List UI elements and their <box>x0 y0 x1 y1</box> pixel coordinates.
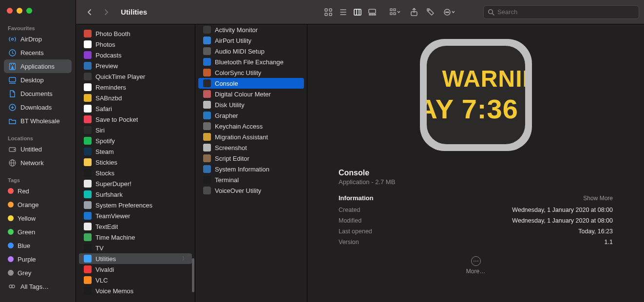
app-icon <box>84 51 92 59</box>
list-item[interactable]: Grapher <box>198 110 304 121</box>
list-item[interactable]: Voice Memos <box>79 285 192 296</box>
list-item[interactable]: System Preferences <box>79 200 192 210</box>
sidebar-item-untitled[interactable]: Untitled <box>4 142 72 156</box>
sidebar-item-recents[interactable]: Recents <box>4 46 72 59</box>
sidebar-item-network[interactable]: Network <box>4 156 72 170</box>
list-item[interactable]: Disk Utility <box>198 99 304 110</box>
app-icon <box>84 148 92 155</box>
more-actions-button[interactable]: ⋯ More… <box>339 256 613 275</box>
list-item[interactable]: ColorSync Utility <box>198 67 304 78</box>
list-item[interactable]: Safari <box>79 103 192 114</box>
list-item[interactable]: Screenshot <box>198 142 304 153</box>
app-icon <box>203 187 211 194</box>
search-input[interactable] <box>497 8 635 16</box>
sidebar-item-bt-wholesale[interactable]: BT Wholesale <box>4 114 72 128</box>
forward-button[interactable] <box>99 5 113 19</box>
list-item[interactable]: Save to Pocket <box>79 114 192 125</box>
list-item[interactable]: TeamViewer <box>79 210 192 221</box>
sidebar-tag-purple[interactable]: Purple <box>4 252 72 266</box>
column-applications[interactable]: Photo BoothPhotosPodcastsPreviewQuickTim… <box>76 24 195 302</box>
sidebar-tag-green[interactable]: Green <box>4 225 72 239</box>
view-columns-button[interactable] <box>351 5 364 19</box>
sidebar-tag-yellow[interactable]: Yellow <box>4 211 72 225</box>
list-item[interactable]: Podcasts <box>79 50 192 60</box>
search-field[interactable] <box>483 5 639 19</box>
toolbar: Utilities <box>76 0 644 24</box>
list-item[interactable]: Steam <box>79 146 192 157</box>
info-key: Modified <box>339 217 361 224</box>
app-icon <box>84 233 92 241</box>
list-item[interactable]: VoiceOver Utility <box>198 185 304 196</box>
back-button[interactable] <box>83 5 96 19</box>
list-item[interactable]: Time Machine <box>79 232 192 243</box>
list-item[interactable]: Migration Assistant <box>198 132 304 142</box>
view-gallery-button[interactable] <box>365 5 379 19</box>
sidebar-heading-tags: Tags <box>0 174 76 184</box>
item-label: Podcasts <box>95 52 121 59</box>
action-menu-button[interactable] <box>440 5 458 19</box>
list-item[interactable] <box>79 24 192 28</box>
list-item[interactable]: Reminders <box>79 82 192 93</box>
sidebar-item-documents[interactable]: Documents <box>4 87 72 100</box>
info-value: Today, 16:23 <box>578 228 613 235</box>
list-item[interactable]: Digital Colour Meter <box>198 89 304 99</box>
list-item[interactable]: Keychain Access <box>198 121 304 132</box>
list-item[interactable]: AirPort Utility <box>198 35 304 46</box>
show-more-button[interactable]: Show More <box>583 195 613 202</box>
list-item[interactable]: Preview <box>79 60 192 71</box>
list-item[interactable]: Terminal <box>198 174 304 185</box>
list-item[interactable]: Photos <box>79 39 192 50</box>
sidebar-item-label: All Tags… <box>20 283 49 290</box>
list-item[interactable]: TextEdit <box>79 221 192 232</box>
sidebar-tag-orange[interactable]: Orange <box>4 198 72 211</box>
item-label: Utilities <box>95 255 116 263</box>
close-window-button[interactable] <box>7 8 13 14</box>
list-item[interactable]: Siri <box>79 125 192 135</box>
list-item[interactable]: Bluetooth File Exchange <box>198 57 304 67</box>
svg-rect-13 <box>325 9 327 11</box>
sidebar-item-downloads[interactable]: Downloads <box>4 100 72 114</box>
list-item[interactable]: VLC <box>79 275 192 285</box>
sidebar-item-airdrop[interactable]: AirDrop <box>4 32 72 46</box>
info-row: ModifiedWednesday, 1 January 2020 at 08:… <box>339 215 613 226</box>
list-item[interactable]: Spotify <box>79 135 192 146</box>
list-item[interactable]: Stickies <box>79 157 192 168</box>
list-item[interactable]: Script Editor <box>198 153 304 164</box>
view-list-button[interactable] <box>336 5 350 19</box>
list-item[interactable]: Console <box>198 78 304 89</box>
item-label: Script Editor <box>215 155 249 162</box>
list-item[interactable]: QuickTime Player <box>79 71 192 82</box>
sidebar-item-desktop[interactable]: Desktop <box>4 73 72 87</box>
scrollbar-thumb[interactable] <box>192 258 194 292</box>
icon-text-line2: AY 7:36 <box>427 95 525 123</box>
zoom-window-button[interactable] <box>26 8 32 14</box>
app-icon <box>203 26 211 34</box>
list-item[interactable]: Surfshark <box>79 189 192 200</box>
list-item[interactable]: Audio MIDI Setup <box>198 46 304 57</box>
view-icon-button[interactable] <box>322 5 335 19</box>
svg-rect-26 <box>374 14 376 15</box>
group-by-button[interactable] <box>386 5 404 19</box>
tags-button[interactable] <box>424 5 437 19</box>
list-item[interactable]: Photo Booth <box>79 28 192 39</box>
list-item[interactable]: Utilities〉 <box>79 253 192 264</box>
svg-rect-15 <box>325 13 327 16</box>
sidebar-item-all-tags[interactable]: All Tags… <box>4 280 72 293</box>
minimize-window-button[interactable] <box>17 8 22 14</box>
list-item[interactable]: TV <box>79 243 192 253</box>
sidebar-tag-red[interactable]: Red <box>4 184 72 198</box>
share-button[interactable] <box>407 5 421 19</box>
svg-rect-16 <box>329 13 332 16</box>
list-item[interactable]: Activity Monitor <box>198 24 304 35</box>
app-icon <box>203 176 211 184</box>
sidebar-tag-grey[interactable]: Grey <box>4 266 72 280</box>
sidebar-item-applications[interactable]: Applications <box>4 59 72 73</box>
list-item[interactable]: SuperDuper! <box>79 178 192 189</box>
list-item[interactable]: Stocks <box>79 168 192 178</box>
sidebar-tag-blue[interactable]: Blue <box>4 239 72 252</box>
item-label: Photo Booth <box>95 30 131 38</box>
list-item[interactable]: Vivaldi <box>79 264 192 275</box>
list-item[interactable]: System Information <box>198 164 304 174</box>
column-utilities[interactable]: Activity MonitorAirPort UtilityAudio MID… <box>195 24 307 302</box>
list-item[interactable]: SABnzbd <box>79 93 192 103</box>
